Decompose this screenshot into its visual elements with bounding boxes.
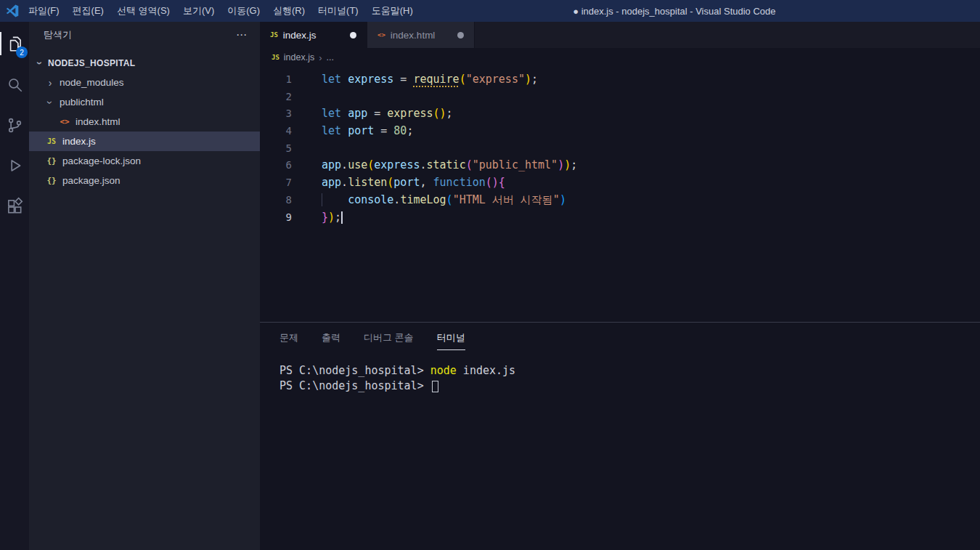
- window-title: ● index.js - nodejs_hospital - Visual St…: [420, 6, 980, 17]
- line-number[interactable]: 9: [260, 209, 306, 227]
- terminal-line: PS C:\nodejs_hospital> node index.js: [279, 363, 980, 379]
- line-content[interactable]: app.listen(port, function(){: [306, 174, 505, 192]
- line-content[interactable]: [306, 140, 322, 158]
- extensions-icon: [5, 197, 24, 216]
- bottom-panel: 문제출력디버그 콘솔터미널 PS C:\nodejs_hospital> nod…: [260, 322, 980, 550]
- tree-item-index.html[interactable]: <>index.html: [29, 112, 260, 132]
- panel-tab-problems[interactable]: 문제: [279, 331, 298, 350]
- activity-search[interactable]: [0, 64, 29, 105]
- editor-cursor: [341, 211, 343, 224]
- sidebar-title: 탐색기: [44, 28, 72, 41]
- source-control-icon: [5, 116, 24, 134]
- js-file-icon: JS: [270, 31, 278, 39]
- file-tree: ›node_modules›publichtml<>index.htmlJSin…: [29, 73, 260, 190]
- line-number[interactable]: 1: [260, 71, 306, 89]
- code-line: 4let port = 80;: [260, 123, 980, 140]
- tab-label: index.html: [391, 30, 436, 41]
- modified-dot[interactable]: [457, 32, 464, 39]
- explorer-section-header[interactable]: › NODEJS_HOSPITAL: [29, 54, 260, 73]
- sidebar-explorer: 탐색기 ⋯ › NODEJS_HOSPITAL ›node_modules›pu…: [29, 22, 260, 550]
- chevron-right-icon: ›: [45, 78, 55, 88]
- breadcrumb-symbol[interactable]: ...: [327, 52, 334, 62]
- menu-run[interactable]: 실행(R): [266, 0, 311, 22]
- js-file-icon: JS: [271, 54, 279, 61]
- code-line: 7app.listen(port, function(){: [260, 174, 980, 192]
- code-line: 6app.use(express.static("public_html"));: [260, 157, 980, 174]
- tab-index.html[interactable]: <>index.html: [367, 22, 475, 48]
- html-file-icon: <>: [58, 117, 71, 126]
- more-actions-icon[interactable]: ⋯: [236, 28, 248, 41]
- line-number[interactable]: 6: [260, 157, 306, 174]
- tree-item-label: index.js: [62, 136, 96, 147]
- panel-tab-debug-console[interactable]: 디버그 콘솔: [364, 331, 414, 350]
- chevron-right-icon: ›: [319, 52, 322, 63]
- tree-item-index.js[interactable]: JSindex.js: [29, 132, 260, 151]
- chevron-down-icon: ›: [35, 58, 45, 68]
- menu-selection[interactable]: 선택 영역(S): [110, 0, 176, 22]
- activity-bar: 2: [0, 22, 29, 550]
- menu-view[interactable]: 보기(V): [176, 0, 221, 22]
- line-number[interactable]: 8: [260, 192, 306, 209]
- tree-item-package-lock.json[interactable]: {}package-lock.json: [29, 151, 260, 171]
- line-number[interactable]: 3: [260, 105, 306, 123]
- run-debug-icon: [5, 156, 24, 175]
- code-line: 3let app = express();: [260, 105, 980, 123]
- tree-item-label: package.json: [62, 175, 121, 186]
- menu-go[interactable]: 이동(G): [221, 0, 266, 22]
- code-line: 1let express = require("express");: [260, 71, 980, 89]
- menu-terminal[interactable]: 터미널(T): [311, 0, 365, 22]
- line-number[interactable]: 4: [260, 123, 306, 140]
- modified-dot[interactable]: [350, 32, 356, 39]
- tree-item-label: node_modules: [60, 77, 124, 88]
- activity-extensions[interactable]: [0, 186, 29, 227]
- tab-label: index.js: [283, 30, 317, 41]
- editor-group: JSindex.js<>index.html JS index.js › ...…: [260, 22, 980, 550]
- line-content[interactable]: });: [306, 209, 343, 227]
- panel-tab-bar: 문제출력디버그 콘솔터미널: [260, 323, 980, 350]
- menu-file[interactable]: 파일(F): [22, 0, 66, 22]
- panel-tab-terminal[interactable]: 터미널: [437, 331, 465, 350]
- line-content[interactable]: console.timeLog("HTML 서버 시작됨"): [306, 192, 566, 209]
- json-file-icon: {}: [45, 156, 58, 166]
- terminal-output[interactable]: PS C:\nodejs_hospital> node index.jsPS C…: [279, 363, 980, 394]
- sidebar-header: 탐색기 ⋯: [29, 22, 260, 48]
- html-file-icon: <>: [377, 31, 385, 39]
- line-number[interactable]: 2: [260, 89, 306, 106]
- code-editor[interactable]: 1let express = require("express");23let …: [260, 67, 980, 322]
- tab-index.js[interactable]: JSindex.js: [260, 22, 367, 48]
- section-label: NODEJS_HOSPITAL: [48, 58, 135, 68]
- code-line: 2: [260, 89, 980, 106]
- line-content[interactable]: [306, 89, 322, 106]
- panel-tab-output[interactable]: 출력: [322, 331, 340, 350]
- tree-item-publichtml[interactable]: ›publichtml: [29, 92, 260, 112]
- activity-source-control[interactable]: [0, 105, 29, 145]
- code-line: 8 console.timeLog("HTML 서버 시작됨"): [260, 192, 980, 209]
- line-content[interactable]: app.use(express.static("public_html"));: [306, 157, 577, 174]
- search-icon: [5, 75, 24, 94]
- line-number[interactable]: 5: [260, 140, 306, 158]
- terminal-line: PS C:\nodejs_hospital>: [279, 379, 980, 394]
- terminal-cursor: [432, 381, 438, 392]
- vscode-logo-icon: [6, 4, 19, 17]
- menu-bar: 파일(F)편집(E)선택 영역(S)보기(V)이동(G)실행(R)터미널(T)도…: [22, 0, 420, 22]
- tree-item-label: index.html: [75, 116, 121, 127]
- activity-explorer[interactable]: 2: [0, 23, 29, 64]
- breadcrumb: JS index.js › ...: [260, 48, 980, 67]
- code-line: 5: [260, 140, 980, 158]
- menu-help[interactable]: 도움말(H): [365, 0, 420, 22]
- js-file-icon: JS: [45, 137, 58, 145]
- line-content[interactable]: let app = express();: [306, 105, 453, 123]
- tree-item-label: package-lock.json: [62, 155, 141, 166]
- breadcrumb-file[interactable]: index.js: [284, 52, 314, 62]
- tree-item-node_modules[interactable]: ›node_modules: [29, 73, 260, 92]
- line-content[interactable]: let port = 80;: [306, 123, 413, 140]
- activity-run-debug[interactable]: [0, 145, 29, 186]
- menu-edit[interactable]: 편집(E): [66, 0, 110, 22]
- line-number[interactable]: 7: [260, 174, 306, 192]
- tree-item-label: publichtml: [60, 97, 104, 108]
- tree-item-package.json[interactable]: {}package.json: [29, 171, 260, 190]
- editor-tab-bar: JSindex.js<>index.html: [260, 22, 980, 48]
- explorer-badge: 2: [16, 46, 28, 58]
- chevron-down-icon: ›: [45, 97, 55, 108]
- line-content[interactable]: let express = require("express");: [306, 71, 538, 89]
